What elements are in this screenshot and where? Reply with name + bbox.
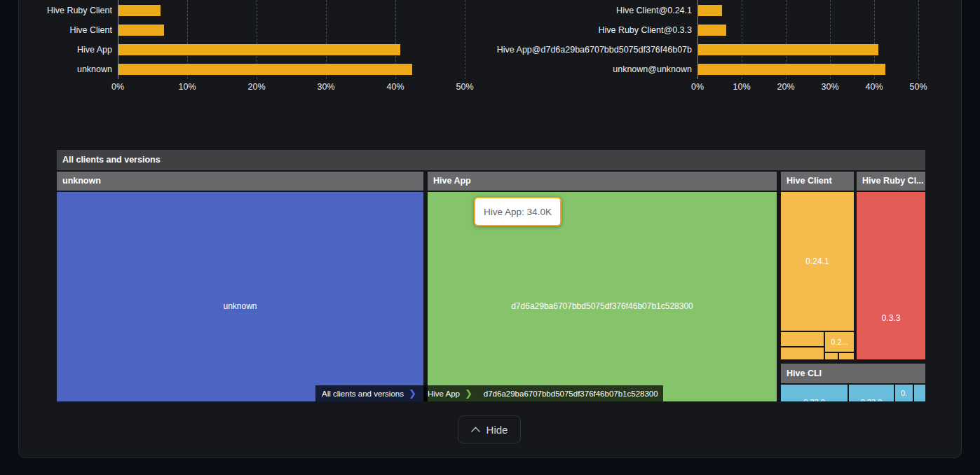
bar[interactable]	[698, 64, 885, 75]
treemap-all-clients: All clients and versions unknown unknown…	[57, 150, 925, 401]
gridline	[918, 0, 919, 79]
breadcrumb-item-version-hash[interactable]: d7d6a29ba6707bbd5075df376f46b07b1c528300	[477, 385, 663, 401]
treemap-title[interactable]: All clients and versions	[57, 150, 925, 170]
treemap-cell-hive-cli-0-23-0[interactable]: 0.23.0	[781, 385, 848, 401]
bar[interactable]	[118, 64, 412, 75]
treemap-cell-hive-client-0-24-1[interactable]: 0.24.1	[781, 192, 854, 331]
x-axis-tick-label: 10%	[170, 82, 204, 92]
treemap-tooltip: Hive App: 34.0K	[474, 197, 562, 226]
dashboard-page: 0%10%20%30%40%50%Hive Ruby ClientHive Cl…	[0, 0, 980, 475]
breadcrumb-item-hive-app[interactable]: Hive App ❯	[421, 385, 477, 401]
chevron-up-icon	[471, 427, 480, 432]
bar[interactable]	[698, 44, 878, 55]
treemap-cell-hive-client-sub[interactable]	[781, 347, 824, 359]
bar[interactable]	[698, 25, 726, 36]
breadcrumb-item-label: All clients and versions	[322, 390, 404, 398]
treemap-section-header-hive-app[interactable]: Hive App	[428, 172, 777, 191]
gridline	[465, 0, 465, 79]
breadcrumb-item-label: Hive App	[428, 390, 460, 398]
treemap-section-header-hive-cli[interactable]: Hive CLI	[781, 364, 925, 383]
treemap-cell-label: 0.24.1	[781, 256, 854, 267]
treemap-cell-hive-cli-0-23-0[interactable]: 0.23.0	[849, 385, 894, 401]
treemap-section-header-unknown[interactable]: unknown	[57, 172, 423, 191]
x-axis-tick-label: 40%	[379, 82, 412, 92]
breadcrumb: All clients and versions ❯ Hive App ❯ d7…	[315, 385, 663, 401]
x-axis-tick-label: 0%	[681, 82, 714, 92]
treemap-cell-label: 0.3.3	[857, 312, 925, 324]
treemap-cell-label: 0.23.0	[849, 397, 894, 401]
treemap-cell-label: unknown	[57, 301, 423, 312]
bar-category-label: unknown@unknown	[484, 64, 692, 75]
treemap-cell-label: 0.2...	[825, 336, 854, 347]
x-axis-tick-label: 20%	[240, 82, 273, 92]
x-axis-tick-label: 50%	[448, 82, 482, 92]
bar-category-label: Hive Client@0.24.1	[484, 5, 692, 16]
treemap-cell-hive-cli[interactable]	[914, 385, 925, 401]
x-axis-tick-label: 30%	[813, 82, 847, 92]
breadcrumb-item-label: d7d6a29ba6707bbd5075df376f46b07b1c528300	[484, 390, 658, 398]
hide-button-label: Hide	[486, 424, 508, 436]
treemap-section-header-hive-client[interactable]: Hive Client	[781, 172, 854, 191]
client-version-share-bar-chart: 0%10%20%30%40%50%Hive Client@0.24.1Hive …	[484, 0, 980, 98]
breadcrumb-item-root[interactable]: All clients and versions ❯	[315, 385, 421, 401]
treemap-cell-hive-client-0-2[interactable]: 0.2...	[825, 332, 854, 352]
treemap-cell-hive-cli[interactable]: 0.	[895, 385, 913, 401]
x-axis-tick-label: 0%	[101, 82, 135, 92]
treemap-cell-label: d7d6a29ba6707bbd5075df376f46b07b1c528300	[428, 301, 777, 312]
treemap-cell-hive-ruby-0-3-3[interactable]: 0.3.3	[857, 192, 925, 359]
bar-category-label: Hive Ruby Client	[0, 5, 112, 16]
chevron-right-icon: ❯	[409, 388, 416, 399]
bar-category-label: Hive Ruby Client@0.3.3	[484, 25, 692, 36]
bar[interactable]	[118, 44, 400, 55]
treemap-cell-label: 0.	[895, 387, 913, 399]
treemap-cell-hive-client-sub[interactable]	[781, 332, 824, 346]
bar-category-label: Hive App	[0, 44, 112, 55]
bar[interactable]	[118, 25, 164, 36]
x-axis-tick-label: 50%	[901, 82, 935, 92]
treemap-cell-unknown[interactable]: unknown	[57, 192, 423, 401]
bar[interactable]	[698, 5, 722, 16]
bar-category-label: Hive App@d7d6a29ba6707bbd5075df376f46b07…	[484, 44, 692, 55]
treemap-section-header-hive-ruby-client[interactable]: Hive Ruby Cl...	[857, 172, 925, 191]
x-axis-tick-label: 20%	[769, 82, 803, 92]
chevron-right-icon: ❯	[465, 388, 472, 399]
x-axis-tick-label: 10%	[725, 82, 758, 92]
x-axis-tick-label: 40%	[857, 82, 891, 92]
treemap-cell-hive-client-sub[interactable]	[839, 353, 854, 359]
treemap-cell-label: 0.23.0	[781, 397, 848, 401]
treemap-cell-hive-client-sub[interactable]	[825, 353, 838, 359]
x-axis-tick-label: 30%	[309, 82, 343, 92]
bar-category-label: Hive Client	[0, 25, 112, 36]
bar[interactable]	[118, 5, 161, 16]
bar-category-label: unknown	[0, 64, 112, 75]
hide-button[interactable]: Hide	[458, 415, 521, 443]
client-share-bar-chart: 0%10%20%30%40%50%Hive Ruby ClientHive Cl…	[0, 0, 496, 98]
